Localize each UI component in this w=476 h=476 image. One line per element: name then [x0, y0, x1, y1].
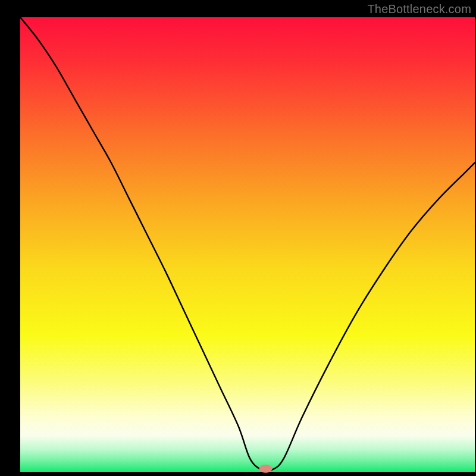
optimal-marker	[259, 465, 273, 473]
chart-container: { "watermark": "TheBottleneck.com", "cha…	[0, 0, 476, 476]
plot-background	[20, 17, 475, 472]
bottleneck-chart	[0, 0, 476, 476]
watermark-text: TheBottleneck.com	[367, 2, 471, 16]
